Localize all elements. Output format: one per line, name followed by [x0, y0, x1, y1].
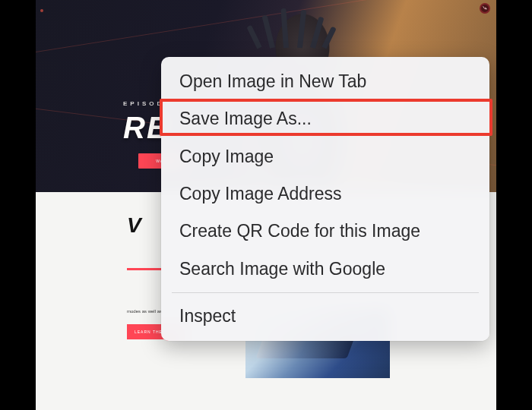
context-menu-separator	[172, 292, 479, 293]
valorant-logo-icon	[482, 5, 488, 11]
ctx-search-google[interactable]: Search Image with Google	[161, 251, 489, 288]
ctx-inspect[interactable]: Inspect	[161, 298, 489, 335]
ctx-copy-address[interactable]: Copy Image Address	[161, 175, 489, 213]
ctx-open-new-tab[interactable]: Open Image in New Tab	[161, 63, 489, 100]
context-menu: Open Image in New Tab Save Image As... C…	[161, 57, 489, 341]
hero-character-hair	[253, 6, 337, 48]
brand-badge[interactable]	[480, 3, 490, 14]
ctx-qr-code[interactable]: Create QR Code for this Image	[161, 213, 489, 250]
ctx-save-as[interactable]: Save Image As...	[161, 100, 489, 137]
ctx-copy-image[interactable]: Copy Image	[161, 138, 489, 175]
